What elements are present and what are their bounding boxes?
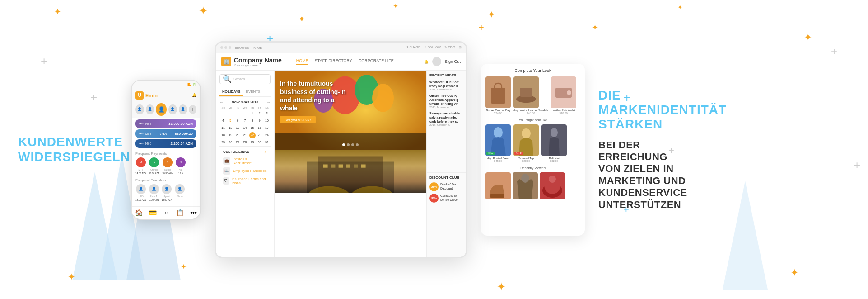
cal-cell-12[interactable]: 12 (227, 125, 233, 131)
you-might-like-title: You might also like (485, 118, 580, 122)
svg-point-38 (521, 174, 529, 183)
cal-cell-9[interactable]: 9 (257, 118, 263, 124)
hero-dots (342, 143, 359, 146)
cal-cell-25[interactable]: 25 (220, 139, 226, 146)
cal-cell-15[interactable]: 15 (249, 125, 256, 131)
cal-cell-28[interactable]: 28 (242, 139, 248, 146)
sidebar-tabs: HOLIDAYS EVENTS (219, 88, 271, 97)
complete-look-title: Complete Your Look (485, 68, 580, 73)
tab-holidays[interactable]: HOLIDAYS (219, 88, 243, 96)
cal-cell-11[interactable]: 11 (220, 125, 226, 131)
product-mini-price: $32.00 (541, 160, 567, 162)
ecommerce-panel: Complete Your Look Bucket Crochet Bag $2… (481, 64, 585, 236)
cal-hdr-tu: Tu (234, 106, 241, 109)
cal-cell-2[interactable]: 2 (257, 110, 263, 117)
card-2: •••• 5293 VISA 830 000.20 (135, 129, 196, 138)
site-right-panel: RECENT NEWS Whatever Blue Bott irony Kog… (426, 71, 466, 257)
freq-amount-mts: 14.50 AZN (135, 172, 146, 175)
browser-share[interactable]: ⬆ SHARE (406, 46, 420, 49)
product-sandals-name: Asymmetric Leather Sandals (513, 109, 548, 112)
sign-out-btn[interactable]: Sign Out (445, 59, 461, 64)
cal-cell-16[interactable]: 16 (257, 125, 263, 131)
cal-cell-10[interactable]: 10 (264, 118, 270, 124)
cal-cell-7[interactable]: 7 (242, 118, 248, 124)
cal-cell-18[interactable]: 18 (220, 132, 226, 138)
freq-label-mts: MTS (139, 168, 144, 171)
card-1-number: •••• 4468 (139, 122, 151, 125)
cal-cell-19[interactable]: 19 (227, 132, 233, 138)
browser-expand[interactable]: ⊞ (459, 46, 462, 49)
freq-icon-azercell: A Azercell 10.00 AZN (149, 157, 160, 175)
cal-cell-17[interactable]: 17 (264, 125, 270, 131)
transfer-avatar-3: 👤 (162, 184, 172, 194)
cal-cell-empty (242, 110, 248, 117)
cal-cell-23[interactable]: 23 (257, 132, 263, 138)
recently-shoes-img (485, 172, 511, 204)
cal-cell-29[interactable]: 29 (249, 139, 256, 146)
phone-bottom-nav: 🏠 💳 ↔ 📋 ••• (132, 206, 200, 219)
transfer-label-2: Elmir T. (150, 195, 158, 198)
right-subheading: BEI DER ERREICHUNG VON ZIELEN IN MARKETI… (598, 139, 698, 211)
frequent-icons: M MTS 14.50 AZN A Azercell 10.00 AZN B B… (135, 157, 196, 175)
product-wallet-price: $18.00 (551, 112, 576, 114)
discount-text-2: Contacts Ex Lense Disco (440, 194, 463, 202)
cal-cell-5[interactable]: 5 (227, 118, 233, 124)
nav-corporate-life[interactable]: CORPORATE LIFE (359, 58, 394, 65)
cal-cell-27[interactable]: 27 (234, 139, 241, 146)
cal-cell-26[interactable]: 26 (227, 139, 233, 146)
nav-home[interactable]: HOME (296, 58, 308, 65)
frequent-payments-title: Frequent Payments (135, 152, 196, 156)
transfer-amount-1: 18.00 AZN (135, 199, 146, 201)
cal-cell-31[interactable]: 31 (264, 139, 270, 146)
cal-cell-20[interactable]: 20 (234, 132, 241, 138)
cal-cell-21[interactable]: 21 (242, 132, 248, 138)
news-title-1: Whatever Blue Bott irony Kogi ethnic u (429, 80, 463, 88)
cal-next[interactable]: → (266, 100, 271, 104)
discount-item-1: 25% Dunkin' Do Discount (429, 182, 463, 191)
browser-follow[interactable]: ☆ FOLLOW (424, 46, 441, 49)
discount-section: DISCOUNT CLUB 25% Dunkin' Do Discount 30… (427, 173, 466, 208)
link-handbook[interactable]: 📖 Employee Handbook (223, 167, 267, 175)
hero-cta-btn[interactable]: Are you with us? (280, 116, 316, 123)
cal-cell-22-today[interactable]: 22 (249, 132, 256, 138)
browser-nav-browse[interactable]: BROWSE (235, 46, 249, 49)
cal-cell-14[interactable]: 14 (242, 125, 248, 131)
cal-cell-1[interactable]: 1 (249, 110, 256, 117)
avatar-4: 👤 (179, 104, 187, 114)
freq-amount-azercell: 10.00 AZN (149, 172, 160, 175)
nav-card-icon[interactable]: 💳 (149, 209, 157, 216)
nav-home-icon[interactable]: 🏠 (135, 209, 143, 216)
tab-events[interactable]: EVENTS (243, 88, 263, 96)
cal-cell-30[interactable]: 30 (257, 139, 263, 146)
cal-cell-4[interactable]: 4 (220, 118, 226, 124)
cal-cell-24[interactable]: 24 (264, 132, 270, 138)
hero-dot-2[interactable] (347, 143, 350, 146)
link-insurance[interactable]: 🛡 Insurance Forms and Plans (223, 177, 267, 185)
useful-links-expand[interactable]: » (264, 149, 267, 154)
hero-dot-4[interactable] (356, 143, 359, 146)
hero-dot-3[interactable] (351, 143, 354, 146)
cal-cell-3[interactable]: 3 (264, 110, 270, 117)
nav-staff-directory[interactable]: STAFF DIRECTORY (315, 58, 352, 65)
nav-more-icon[interactable]: ••• (190, 209, 197, 216)
avatar-2: 👤 (146, 104, 154, 114)
browser-edit[interactable]: ✎ EDIT (444, 46, 455, 49)
add-avatar-btn[interactable]: + (189, 105, 196, 114)
browser-nav-page[interactable]: PAGE (253, 46, 262, 49)
phone-app-name: Emin (145, 93, 158, 98)
news-title-3: Selvage sustainable salvia readymade, ca… (429, 111, 463, 123)
cal-cell-empty (220, 110, 226, 117)
news-date-1: 2018, November 5 (429, 88, 463, 91)
card-2-amount: 830 000.20 (175, 132, 193, 136)
nav-history-icon[interactable]: 📋 (176, 209, 184, 216)
nav-transfer-icon[interactable]: ↔ (163, 209, 170, 216)
hero-dot-1[interactable] (342, 143, 345, 146)
search-box[interactable]: 🔍 Search (219, 74, 271, 84)
cal-cell-13[interactable]: 13 (234, 125, 241, 131)
cal-prev[interactable]: ← (219, 100, 224, 104)
discount-title: DISCOUNT CLUB (429, 176, 463, 180)
useful-links-header: USEFUL LINKS » (223, 149, 267, 154)
link-payroll[interactable]: 💼 Payroll & Recruitment (223, 157, 267, 165)
cal-cell-8[interactable]: 8 (249, 118, 256, 124)
cal-cell-6[interactable]: 6 (234, 118, 241, 124)
